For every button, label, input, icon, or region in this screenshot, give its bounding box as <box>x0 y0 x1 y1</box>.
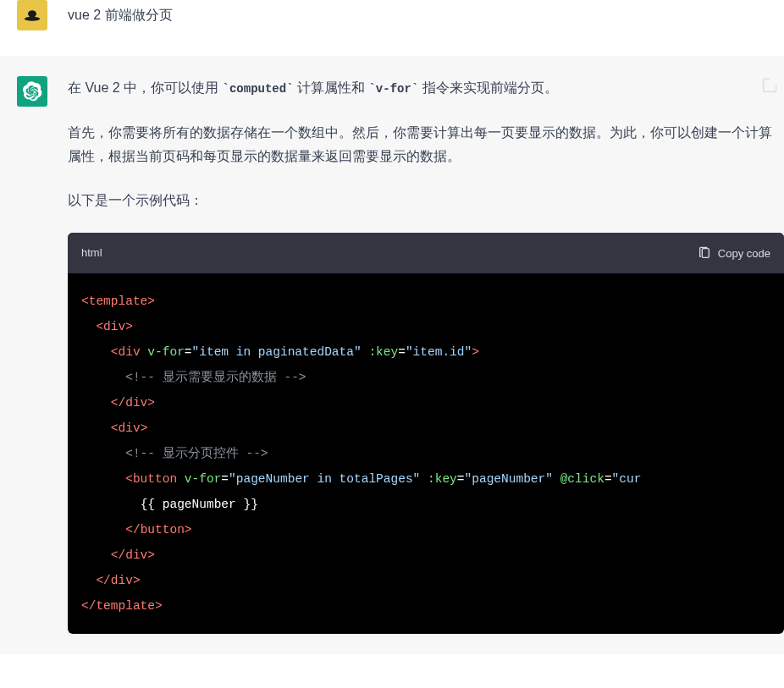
user-message-row: vue 2 前端做分页 <box>0 0 784 56</box>
inline-code-computed: `computed` <box>223 82 294 96</box>
svg-rect-2 <box>702 249 709 258</box>
p1-mid: 计算属性和 <box>294 80 369 95</box>
p1-post: 指令来实现前端分页。 <box>418 80 557 95</box>
inline-code-vfor: `v-for` <box>368 82 418 96</box>
assistant-avatar <box>17 76 47 107</box>
assistant-p1: 在 Vue 2 中，你可以使用 `computed` 计算属性和 `v-for`… <box>68 76 784 101</box>
assistant-p3: 以下是一个示例代码： <box>68 189 784 212</box>
edit-icon[interactable] <box>762 76 779 93</box>
code-header: html Copy code <box>68 233 784 273</box>
clipboard-icon <box>698 246 711 260</box>
user-content: vue 2 前端做分页 <box>68 0 784 30</box>
p1-pre: 在 Vue 2 中，你可以使用 <box>68 80 223 95</box>
copy-label: Copy code <box>718 247 770 260</box>
copy-code-button[interactable]: Copy code <box>698 246 770 260</box>
user-avatar <box>17 0 47 30</box>
assistant-message-row: 在 Vue 2 中，你可以使用 `computed` 计算属性和 `v-for`… <box>0 56 784 654</box>
code-body: <template> <div> <div v-for="item in pag… <box>68 273 784 634</box>
assistant-p2: 首先，你需要将所有的数据存储在一个数组中。然后，你需要计算出每一页要显示的数据。… <box>68 121 784 168</box>
code-language-label: html <box>81 241 102 265</box>
svg-point-1 <box>28 10 36 17</box>
assistant-content: 在 Vue 2 中，你可以使用 `computed` 计算属性和 `v-for`… <box>68 76 784 634</box>
hat-icon <box>24 9 41 21</box>
openai-icon <box>22 81 42 102</box>
code-block: html Copy code <template> <div> <div v-f… <box>68 233 784 634</box>
user-text: vue 2 前端做分页 <box>68 0 767 27</box>
